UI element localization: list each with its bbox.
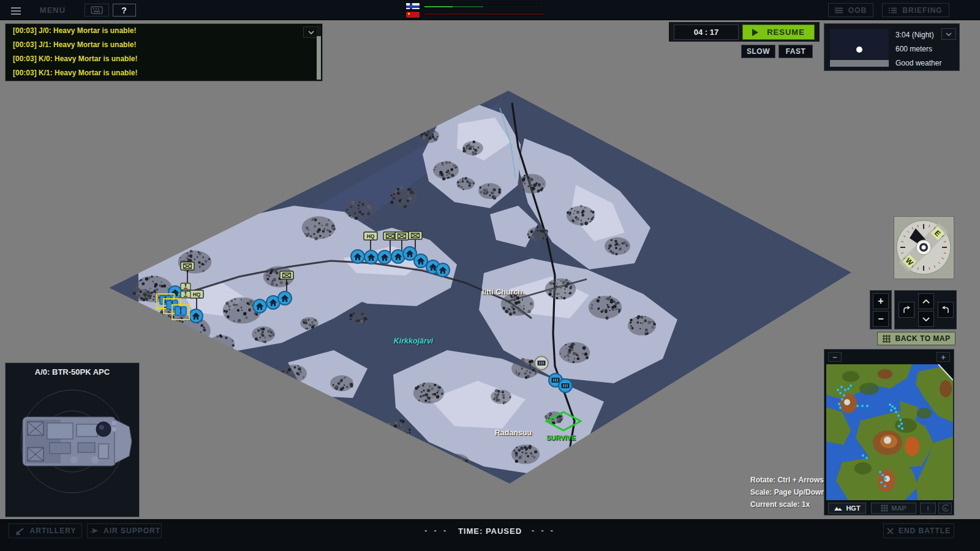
center-view-icon	[941, 504, 949, 512]
map-unit-truck[interactable]	[559, 379, 572, 392]
resume-button[interactable]: RESUME	[742, 24, 815, 40]
bottom-bar: ARTILLERY AIR SUPPORT - - - TIME: PAUSED…	[0, 519, 980, 551]
separator-left: - - -	[424, 527, 448, 535]
rotate-left-icon	[902, 305, 911, 315]
log-scrollbar[interactable]	[317, 25, 321, 80]
map-unit-truck_gray[interactable]	[535, 356, 548, 370]
minimap-zoom-out-button[interactable]: −	[828, 352, 842, 362]
message-list: [00:03] J/0: Heavy Mortar is unable![00:…	[6, 24, 322, 80]
chevron-down-icon	[308, 31, 314, 34]
log-scroll-thumb[interactable]	[317, 36, 321, 80]
map-unit-house[interactable]	[414, 254, 428, 268]
end-battle-label: END BATTLE	[899, 527, 951, 535]
finland-flag	[405, 2, 420, 10]
moon-icon	[856, 47, 862, 53]
map-label: Kirkkojärvi	[394, 337, 434, 345]
map-unit-house[interactable]	[436, 263, 450, 277]
weather-collapse-button[interactable]	[941, 28, 956, 40]
hotkeys-button[interactable]	[85, 4, 109, 17]
map-unit-house[interactable]	[253, 299, 266, 313]
artillery-icon	[15, 527, 25, 535]
log-message: [00:03] J/0: Heavy Mortar is unable!	[6, 24, 322, 38]
close-icon	[887, 528, 894, 534]
separator-right: - - -	[532, 527, 556, 535]
map-help-text: Rotate: Ctrl + ArrowsScale: Page Up/Down…	[750, 474, 826, 511]
bullet-list-icon	[889, 7, 897, 13]
rotate-right-button[interactable]	[938, 302, 954, 318]
back-to-map-button[interactable]: BACK TO MAP	[877, 332, 956, 345]
log-message: [00:03] J/1: Heavy Mortar is unable!	[6, 38, 322, 52]
map-unit-house[interactable]	[378, 250, 391, 264]
end-battle-button[interactable]: END BATTLE	[883, 523, 954, 538]
play-icon	[752, 29, 758, 36]
enemy-score-bar	[424, 13, 544, 15]
time-status: - - - TIME: PAUSED - - -	[424, 520, 556, 542]
visibility-value: 600 meters	[895, 43, 947, 55]
game-screen: HQHQSURVIVEIitti ChurchKirkkojärviRadans…	[0, 0, 980, 551]
soviet-flag	[405, 11, 420, 18]
chevron-down-icon	[946, 32, 952, 36]
ground-strip	[830, 60, 889, 67]
chevron-down-icon	[922, 317, 930, 321]
compass[interactable]: E W	[894, 216, 954, 279]
map-unit-house[interactable]	[189, 309, 203, 323]
friendly-score-bar	[424, 6, 544, 8]
map-label: Iitti Church	[482, 288, 522, 296]
svg-text:HQ: HQ	[367, 233, 375, 239]
oob-button[interactable]: OOB	[828, 3, 873, 17]
minimap-zoom-in-button[interactable]: +	[937, 352, 950, 362]
slow-button[interactable]: SLOW	[741, 45, 775, 58]
hgt-label: HGT	[846, 504, 860, 512]
resume-label: RESUME	[767, 28, 805, 37]
battle-timer: 04 : 17	[674, 24, 739, 40]
list-icon	[835, 7, 843, 13]
air-support-button[interactable]: AIR SUPPORT	[87, 523, 162, 538]
minimap-info-button[interactable]: i	[920, 503, 936, 514]
selected-unit-panel: A/0: BTR-50PK APC	[5, 362, 140, 517]
minimap-panel: − + HGT MAP i	[824, 349, 954, 515]
air-support-label: AIR SUPPORT	[104, 527, 160, 535]
minimap-center-button[interactable]	[938, 503, 952, 514]
chevron-up-icon	[922, 299, 930, 304]
map-unit-house[interactable]	[364, 250, 378, 264]
map-help-line: Scale: Page Up/Down	[750, 486, 826, 498]
objective-label: SURVIVE	[546, 434, 576, 441]
pan-down-button[interactable]	[918, 311, 934, 327]
map-unit-house[interactable]	[278, 291, 292, 305]
sky-preview	[830, 29, 889, 67]
grid-icon	[881, 504, 888, 512]
time-status-label: TIME: PAUSED	[458, 527, 522, 536]
log-message: [00:03] K/1: Heavy Mortar is unable!	[6, 66, 322, 80]
briefing-button[interactable]: BRIEFING	[882, 3, 949, 17]
zoom-in-button[interactable]: +	[873, 293, 889, 309]
minimap-hgt-button[interactable]: HGT	[828, 503, 866, 514]
apc-top-view	[6, 379, 139, 517]
map-unit-mortar[interactable]	[181, 283, 190, 290]
oob-label: OOB	[848, 6, 867, 15]
aircraft-icon	[88, 527, 99, 534]
pan-up-button[interactable]	[918, 293, 934, 309]
selected-unit-title: A/0: BTR-50PK APC	[6, 367, 139, 377]
menu-icon[interactable]	[11, 6, 21, 17]
artillery-button[interactable]: ARTILLERY	[9, 523, 82, 538]
rotate-left-button[interactable]	[899, 302, 914, 318]
svg-text:HQ: HQ	[193, 291, 201, 298]
map-unit-mortar[interactable]	[181, 291, 190, 298]
briefing-label: BRIEFING	[902, 6, 942, 15]
map-label: MAP	[891, 504, 906, 512]
map-help-line: Current scale: 1x	[750, 498, 826, 511]
compass-dial: E W	[894, 217, 954, 279]
minimap-map-button[interactable]: MAP	[871, 503, 916, 514]
rotate-panel	[894, 290, 957, 329]
grid-icon	[883, 335, 891, 343]
fast-button[interactable]: FAST	[778, 45, 813, 58]
map-help-line: Rotate: Ctrl + Arrows	[750, 474, 826, 486]
help-button[interactable]: ?	[113, 4, 136, 17]
back-to-map-label: BACK TO MAP	[895, 334, 951, 343]
minimap[interactable]	[826, 364, 953, 500]
menu-button[interactable]: MENU	[34, 0, 71, 20]
weather-condition: Good weather	[895, 57, 947, 69]
message-log[interactable]: [00:03] J/0: Heavy Mortar is unable![00:…	[5, 23, 323, 81]
map-unit-house[interactable]	[351, 250, 364, 263]
zoom-out-button[interactable]: −	[873, 311, 889, 327]
